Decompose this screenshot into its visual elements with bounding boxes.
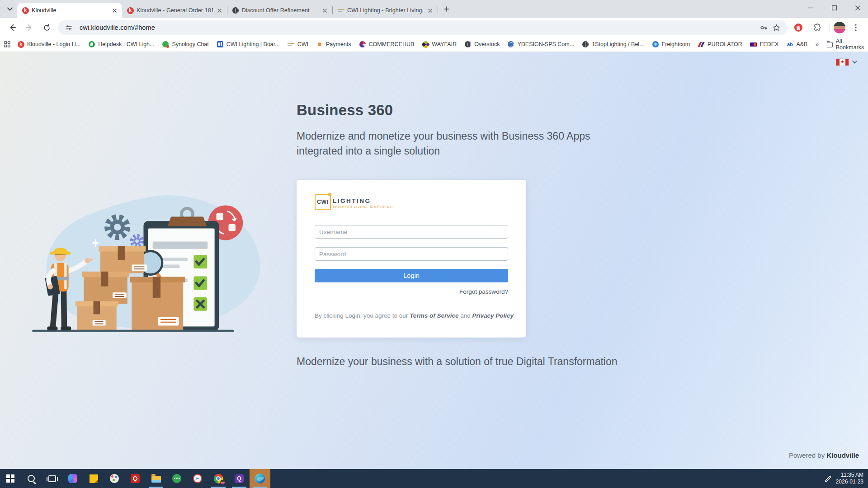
bottom-tagline: Modernize your business with a solution …	[297, 356, 618, 368]
payments-icon	[316, 41, 323, 48]
bookmark-1stoplighting[interactable]: 1StopLighting / Bel...	[582, 41, 644, 48]
bookmark-cwi-board[interactable]: CWI Lighting | Boar...	[217, 41, 280, 48]
tab-discount-offer[interactable]: Discount Offer Refinement	[227, 3, 332, 18]
bookmark-ydesign[interactable]: YDESIGN-SPS Com...	[507, 41, 574, 48]
bookmark-synology-chat[interactable]: Synology Chat	[162, 41, 208, 48]
username-input[interactable]	[315, 225, 508, 239]
canada-flag-icon	[836, 59, 849, 66]
url-text[interactable]: cwi.kloudville.com/#home	[80, 24, 757, 31]
tab-kloudville[interactable]: k Kloudville	[17, 3, 122, 18]
bookmark-fedex[interactable]: FEDEX	[750, 41, 779, 48]
site-settings-icon[interactable]	[62, 21, 75, 34]
tab-close-icon[interactable]	[426, 7, 434, 14]
bookmark-ab[interactable]: abA&B	[786, 41, 807, 48]
terms-text: By clicking Login, you agree to our Term…	[315, 312, 514, 319]
edge-icon[interactable]	[250, 469, 270, 488]
board-icon	[217, 41, 224, 48]
sticky-notes-icon[interactable]	[83, 469, 104, 488]
chrome-icon[interactable]	[208, 469, 229, 488]
discount-offer-favicon	[232, 7, 239, 14]
clock-time: 11:35 AM	[836, 472, 863, 479]
folder-icon	[827, 42, 833, 47]
browser-menu-icon[interactable]	[849, 20, 863, 35]
windows-taskbar: ✂ Q 11:35 AM 2026-01-23	[0, 469, 868, 488]
reload-icon[interactable]	[39, 20, 54, 35]
snipping-tool-icon[interactable]: ✂	[187, 469, 208, 488]
bookmark-overstock[interactable]: Overstock	[464, 41, 500, 48]
bookmark-purolator[interactable]: PUROLATOR	[698, 41, 742, 48]
commercehub-icon	[359, 41, 366, 48]
task-view-icon[interactable]	[42, 469, 62, 488]
minimize-icon[interactable]	[803, 2, 818, 14]
tab-title: CWI Lighting - Brighter Living. S...	[347, 7, 424, 14]
kloudville-favicon: k	[127, 7, 134, 14]
new-tab-button[interactable]	[441, 3, 453, 15]
powered-by: Powered by Kloudville	[789, 451, 859, 459]
ab-icon: ab	[786, 41, 793, 48]
start-button[interactable]	[0, 469, 21, 488]
purolator-icon	[698, 41, 705, 48]
bookmark-freightcom[interactable]: Freightcom	[652, 41, 690, 48]
bookmark-kloudville-login[interactable]: kKloudville - Login H...	[17, 41, 80, 48]
extensions-puzzle-icon[interactable]	[810, 20, 825, 35]
tab-search-chevron-icon[interactable]	[4, 3, 16, 15]
login-card: CWI✺ LIGHTING BRIGHTER LIVING. SIMPLIFIE…	[297, 180, 526, 338]
close-window-icon[interactable]	[850, 2, 865, 14]
copilot-icon[interactable]	[62, 469, 83, 488]
bookmark-wayfair[interactable]: WAYFAIR	[422, 41, 457, 48]
bookmark-cwi[interactable]: CWI	[288, 41, 308, 48]
tab-cwi-lighting[interactable]: CWI Lighting - Brighter Living. S...	[333, 3, 438, 18]
login-button[interactable]: Login	[315, 269, 508, 282]
login-page: Business 360 Modernize and monetize your…	[0, 52, 868, 469]
tab-close-icon[interactable]	[111, 7, 118, 14]
helpdesk-icon	[88, 41, 95, 48]
privacy-policy-link[interactable]: Privacy Policy	[472, 312, 514, 319]
back-icon[interactable]	[5, 20, 19, 35]
globe-icon	[582, 41, 589, 48]
password-key-icon[interactable]	[757, 21, 770, 34]
tab-general-order[interactable]: k Kloudville - General Order 1817	[122, 3, 227, 18]
page-subtitle: Modernize and monetize your business wit…	[297, 129, 609, 158]
globe-icon	[464, 41, 472, 48]
language-selector[interactable]	[836, 59, 857, 66]
profile-avatar[interactable]	[834, 22, 845, 33]
maximize-icon[interactable]	[826, 2, 842, 14]
chat-app-icon[interactable]	[166, 469, 187, 488]
paint-icon[interactable]	[104, 469, 125, 488]
chrome-profile-badge	[220, 480, 225, 485]
bookmark-commercehub[interactable]: COMMERCEHUB	[359, 41, 415, 48]
adblock-icon[interactable]	[791, 20, 806, 35]
warehouse-illustration	[27, 190, 271, 341]
terms-of-service-link[interactable]: Terms of Service	[410, 312, 458, 319]
q-app-icon[interactable]: Q	[229, 469, 250, 488]
tab-close-icon[interactable]	[321, 7, 329, 14]
address-bar[interactable]: cwi.kloudville.com/#home	[58, 20, 787, 35]
cwi-logo-icon	[288, 41, 295, 48]
kloudville-favicon: k	[22, 7, 29, 14]
forgot-password-link[interactable]: Forgot password?	[459, 288, 508, 295]
tab-title: Kloudville - General Order 1817	[137, 7, 213, 14]
bookmark-helpdesk[interactable]: Helpdesk : CWI Ligh...	[88, 41, 154, 48]
synology-chat-icon	[162, 41, 169, 48]
tab-separator	[438, 6, 438, 14]
acrobat-icon[interactable]	[125, 469, 146, 488]
browser-toolbar: cwi.kloudville.com/#home	[0, 18, 868, 37]
bookmarks-overflow-chevron[interactable]: »	[815, 41, 819, 48]
windows-ink-pen-icon[interactable]	[824, 475, 831, 482]
all-bookmarks-button[interactable]: All Bookmarks	[827, 38, 865, 51]
forward-icon[interactable]	[22, 20, 37, 35]
bookmark-star-icon[interactable]	[770, 21, 783, 34]
cwi-favicon	[337, 7, 344, 14]
hero: Business 360 Modernize and monetize your…	[297, 102, 613, 158]
kloudville-icon: k	[17, 41, 24, 48]
page-title: Business 360	[297, 102, 613, 119]
password-input[interactable]	[315, 247, 508, 261]
tab-close-icon[interactable]	[216, 7, 223, 14]
bookmark-payments[interactable]: Payments	[316, 41, 351, 48]
file-explorer-icon[interactable]	[146, 469, 166, 488]
bookmarks-bar: kKloudville - Login H... Helpdesk : CWI …	[0, 37, 868, 52]
apps-grid-icon[interactable]	[4, 41, 11, 48]
search-icon[interactable]	[21, 469, 42, 488]
fedex-icon	[750, 41, 757, 48]
taskbar-clock[interactable]: 11:35 AM 2026-01-23	[836, 472, 863, 485]
